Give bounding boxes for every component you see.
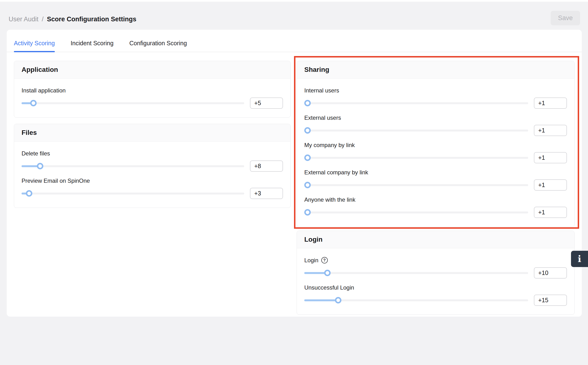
card-body-login: Login?Unsuccessful Login bbox=[297, 248, 574, 315]
slider-preview-email-on-spinone[interactable] bbox=[21, 190, 244, 197]
slider-group-internal-users: Internal users bbox=[304, 87, 567, 109]
card-title-application: Application bbox=[14, 61, 291, 78]
slider-handle[interactable] bbox=[30, 100, 37, 106]
info-panel-toggle[interactable]: i bbox=[571, 251, 588, 267]
tab-activity-scoring[interactable]: Activity Scoring bbox=[14, 40, 55, 52]
slider-group-my-company-by-link: My company by link bbox=[304, 142, 567, 163]
slider-handle[interactable] bbox=[37, 163, 43, 169]
slider-label-external-users: External users bbox=[304, 114, 567, 121]
value-input-external-users[interactable] bbox=[534, 125, 567, 136]
slider-group-external-users: External users bbox=[304, 114, 567, 136]
slider-track[interactable] bbox=[304, 184, 528, 186]
slider-handle[interactable] bbox=[304, 100, 311, 106]
score-configuration-page: { "header": { "breadcrumb": { "parent": … bbox=[0, 0, 588, 365]
slider-label-delete-files: Delete files bbox=[21, 150, 283, 157]
slider-label-text: Anyone with the link bbox=[304, 197, 355, 203]
slider-track[interactable] bbox=[304, 102, 528, 104]
slider-row-anyone-with-the-link bbox=[304, 207, 567, 218]
slider-handle[interactable] bbox=[26, 190, 32, 197]
help-icon[interactable]: ? bbox=[321, 257, 328, 263]
slider-track[interactable] bbox=[21, 193, 244, 195]
slider-group-external-company-by-link: External company by link bbox=[304, 169, 567, 191]
slider-external-company-by-link[interactable] bbox=[304, 182, 528, 188]
slider-my-company-by-link[interactable] bbox=[304, 154, 528, 161]
slider-row-unsuccessful-login bbox=[304, 295, 567, 306]
slider-label-text: External company by link bbox=[304, 169, 368, 175]
save-button[interactable]: Save bbox=[551, 11, 580, 25]
slider-track[interactable] bbox=[21, 102, 244, 104]
slider-label-preview-email-on-spinone: Preview Email on SpinOne bbox=[21, 177, 283, 184]
slider-handle[interactable] bbox=[335, 297, 341, 303]
slider-group-delete-files: Delete files bbox=[21, 150, 283, 172]
slider-handle[interactable] bbox=[304, 182, 311, 188]
card-files: FilesDelete filesPreview Email on SpinOn… bbox=[14, 124, 291, 208]
slider-delete-files[interactable] bbox=[21, 163, 244, 169]
card-body-application: Install application bbox=[14, 78, 291, 117]
slider-handle[interactable] bbox=[304, 209, 311, 216]
slider-handle[interactable] bbox=[304, 127, 311, 134]
slider-label-text: Login bbox=[304, 257, 318, 263]
slider-label-text: Preview Email on SpinOne bbox=[21, 177, 90, 184]
card-title-files: Files bbox=[14, 124, 291, 141]
slider-label-text: Delete files bbox=[21, 150, 50, 157]
slider-label-text: External users bbox=[304, 114, 341, 121]
value-input-internal-users[interactable] bbox=[534, 98, 567, 109]
slider-row-internal-users bbox=[304, 98, 567, 109]
value-input-my-company-by-link[interactable] bbox=[534, 152, 567, 163]
slider-label-install-application: Install application bbox=[21, 87, 283, 94]
card-columns: ApplicationInstall applicationFilesDelet… bbox=[7, 61, 582, 315]
slider-label-my-company-by-link: My company by link bbox=[304, 142, 567, 148]
value-input-unsuccessful-login[interactable] bbox=[534, 295, 567, 306]
page-header: User Audit / Score Configuration Setting… bbox=[0, 2, 588, 28]
card-sharing: SharingInternal usersExternal usersMy co… bbox=[297, 61, 574, 227]
slider-row-my-company-by-link bbox=[304, 152, 567, 163]
slider-internal-users[interactable] bbox=[304, 100, 528, 106]
info-icon: i bbox=[578, 254, 581, 263]
value-input-preview-email-on-spinone[interactable] bbox=[250, 188, 283, 199]
slider-label-text: Internal users bbox=[304, 87, 339, 94]
slider-handle[interactable] bbox=[324, 270, 331, 276]
card-application: ApplicationInstall application bbox=[14, 61, 291, 118]
card-body-sharing: Internal usersExternal usersMy company b… bbox=[297, 78, 574, 227]
slider-anyone-with-the-link[interactable] bbox=[304, 209, 528, 216]
value-input-install-application[interactable] bbox=[250, 98, 283, 109]
slider-unsuccessful-login[interactable] bbox=[304, 297, 528, 303]
slider-row-delete-files bbox=[21, 161, 283, 172]
slider-login[interactable] bbox=[304, 270, 528, 276]
tab-configuration-scoring[interactable]: Configuration Scoring bbox=[129, 40, 187, 52]
card-login: LoginLogin?Unsuccessful Login bbox=[297, 231, 574, 315]
slider-label-text: My company by link bbox=[304, 142, 355, 148]
slider-track[interactable] bbox=[304, 157, 528, 159]
slider-group-anyone-with-the-link: Anyone with the link bbox=[304, 197, 567, 218]
slider-label-text: Install application bbox=[21, 87, 66, 94]
slider-row-external-company-by-link bbox=[304, 179, 567, 191]
slider-external-users[interactable] bbox=[304, 127, 528, 134]
slider-label-unsuccessful-login: Unsuccessful Login bbox=[304, 284, 567, 291]
slider-track[interactable] bbox=[304, 272, 528, 274]
right-column: SharingInternal usersExternal usersMy co… bbox=[297, 61, 574, 315]
slider-track[interactable] bbox=[304, 211, 528, 213]
card-title-sharing: Sharing bbox=[297, 61, 574, 78]
slider-group-unsuccessful-login: Unsuccessful Login bbox=[304, 284, 567, 306]
slider-track[interactable] bbox=[304, 130, 528, 132]
breadcrumb-parent-link[interactable]: User Audit bbox=[9, 15, 39, 23]
tab-incident-scoring[interactable]: Incident Scoring bbox=[71, 40, 113, 52]
slider-row-login bbox=[304, 267, 567, 279]
page-title: Score Configuration Settings bbox=[47, 15, 137, 23]
left-column: ApplicationInstall applicationFilesDelet… bbox=[14, 61, 291, 208]
slider-group-install-application: Install application bbox=[21, 87, 283, 109]
value-input-login[interactable] bbox=[534, 267, 567, 279]
value-input-anyone-with-the-link[interactable] bbox=[534, 207, 567, 218]
slider-handle[interactable] bbox=[304, 154, 311, 161]
slider-fill bbox=[304, 299, 338, 301]
slider-track[interactable] bbox=[21, 165, 244, 167]
value-input-delete-files[interactable] bbox=[250, 161, 283, 172]
slider-group-preview-email-on-spinone: Preview Email on SpinOne bbox=[21, 177, 283, 199]
slider-row-external-users bbox=[304, 125, 567, 136]
slider-install-application[interactable] bbox=[21, 100, 244, 106]
value-input-external-company-by-link[interactable] bbox=[534, 179, 567, 191]
slider-row-install-application bbox=[21, 98, 283, 109]
card-body-files: Delete filesPreview Email on SpinOne bbox=[14, 141, 291, 208]
slider-row-preview-email-on-spinone bbox=[21, 188, 283, 199]
slider-group-login: Login? bbox=[304, 257, 567, 279]
